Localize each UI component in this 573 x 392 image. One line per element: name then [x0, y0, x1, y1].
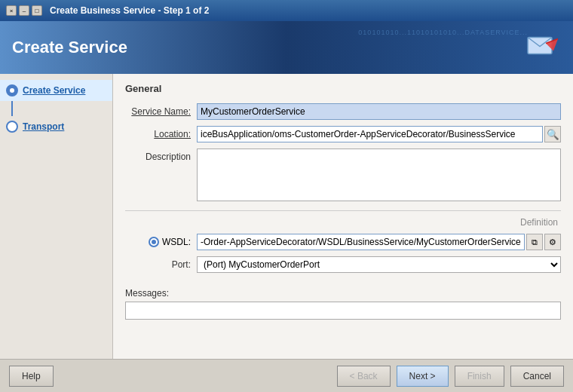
close-icon: ×: [10, 8, 14, 14]
main-content: Create Service Transport General Service…: [0, 74, 573, 359]
footer: Help < Back Next > Finish Cancel: [0, 359, 573, 392]
copy-icon: ⧉: [532, 237, 538, 247]
bg-decoration-text: 010101010...11010101010...DATASERVICE...: [358, 29, 528, 36]
location-label: Location:: [125, 129, 197, 139]
wsdl-radio[interactable]: [149, 237, 159, 247]
wsdl-row: WSDL: ⧉ ⚙: [125, 234, 561, 250]
page-title: Create Service: [12, 38, 127, 57]
step-icon-2: [6, 121, 18, 133]
window-title: Create Business Service - Step 1 of 2: [50, 5, 209, 16]
minimize-icon: –: [23, 8, 26, 14]
section-general: General: [125, 83, 561, 96]
minimize-button[interactable]: –: [19, 5, 29, 16]
service-name-label: Service Name:: [125, 106, 197, 117]
next-button[interactable]: Next >: [397, 366, 449, 387]
sidebar-item-transport[interactable]: Transport: [0, 116, 112, 137]
wsdl-label: WSDL:: [162, 237, 191, 247]
step-icon-1: [6, 84, 18, 96]
search-icon: 🔍: [547, 129, 559, 140]
wsdl-settings-button[interactable]: ⚙: [544, 234, 561, 250]
messages-input[interactable]: [125, 302, 561, 320]
wsdl-action-buttons: ⧉ ⚙: [526, 234, 561, 250]
wsdl-browse-button[interactable]: ⧉: [526, 234, 543, 250]
form-area: General Service Name: Location: 🔍 Descri…: [113, 74, 573, 359]
maximize-icon: □: [35, 8, 39, 14]
sidebar-item-create-service[interactable]: Create Service: [0, 80, 112, 101]
title-bar: × – □ Create Business Service - Step 1 o…: [0, 0, 573, 21]
messages-label: Messages:: [125, 288, 561, 299]
cancel-button[interactable]: Cancel: [510, 366, 564, 387]
location-browse-button[interactable]: 🔍: [544, 126, 561, 142]
sidebar: Create Service Transport: [0, 74, 113, 359]
description-label: Description: [125, 149, 197, 162]
gear-icon: ⚙: [549, 237, 556, 247]
help-button[interactable]: Help: [9, 366, 54, 387]
wsdl-input[interactable]: [197, 234, 525, 250]
maximize-button[interactable]: □: [32, 5, 42, 16]
service-name-input[interactable]: [197, 103, 561, 120]
step-dot-1: [10, 88, 14, 93]
port-select[interactable]: (Port) MyCustomerOrderPort: [197, 256, 561, 273]
finish-button[interactable]: Finish: [455, 366, 504, 387]
location-row: Location: 🔍: [125, 126, 561, 142]
sidebar-label-create-service[interactable]: Create Service: [23, 85, 85, 96]
wsdl-radio-label[interactable]: WSDL:: [125, 237, 197, 247]
back-button[interactable]: < Back: [337, 366, 391, 387]
definition-section: Definition WSDL: ⧉ ⚙: [125, 210, 561, 273]
port-row: Port: (Port) MyCustomerOrderPort: [125, 256, 561, 273]
messages-section: Messages:: [125, 288, 561, 320]
close-button[interactable]: ×: [6, 5, 17, 16]
port-label: Port:: [125, 259, 197, 270]
sidebar-label-transport[interactable]: Transport: [23, 121, 64, 132]
header: Create Service 010101010...11010101010..…: [0, 21, 573, 74]
location-input[interactable]: [197, 126, 543, 142]
description-row: Description: [125, 149, 561, 201]
definition-title: Definition: [125, 217, 561, 228]
sidebar-connector: [11, 101, 13, 116]
description-input[interactable]: [197, 149, 561, 201]
window-controls[interactable]: × – □: [6, 5, 42, 16]
service-name-row: Service Name:: [125, 103, 561, 120]
service-icon: [525, 29, 561, 67]
